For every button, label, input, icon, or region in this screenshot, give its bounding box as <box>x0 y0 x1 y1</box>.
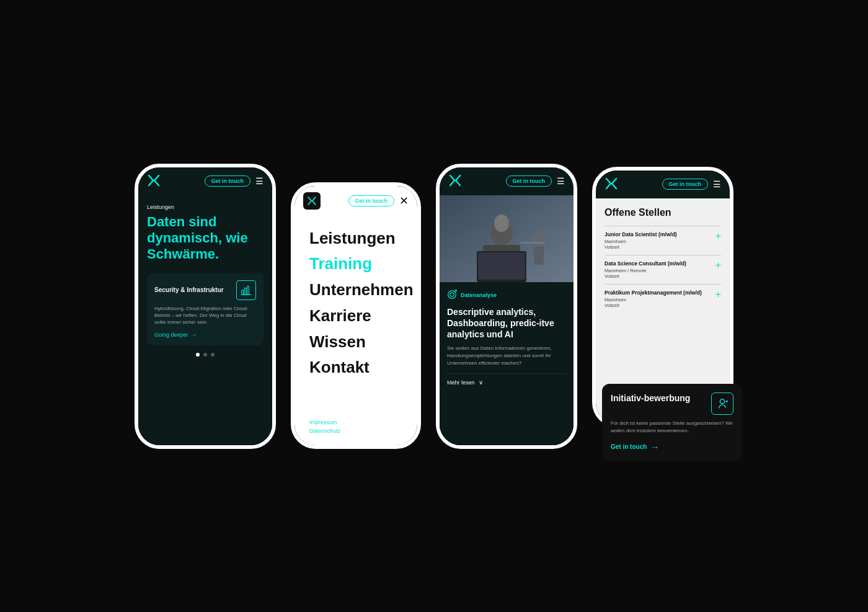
phone4-header: Get in touch ☰ <box>596 171 730 198</box>
stelle-info-2: Data Science Consultant (m/w/d) Mannheim… <box>604 260 686 279</box>
get-in-touch-btn-3[interactable]: Get in touch <box>506 175 552 187</box>
plus-icon-2[interactable]: + <box>715 260 721 270</box>
phone3-hero-image <box>440 195 574 282</box>
dots-row <box>147 353 264 357</box>
logo-4 <box>604 177 618 192</box>
initiative-desc: Für dich ist keine passende Stelle ausge… <box>611 420 733 435</box>
card-desc: Hybridlösung, Cloud-Migration oder Cloud… <box>154 305 256 326</box>
card-title: Security & Infrastruktur <box>154 286 224 294</box>
datenanalyse-icon <box>447 290 457 301</box>
logo-3 <box>448 174 462 189</box>
mehr-lesen-btn[interactable]: Mehr lesen ∨ <box>447 373 566 391</box>
svg-rect-6 <box>247 286 249 295</box>
initiative-card-header: Initiativ-bewerbung <box>611 392 733 415</box>
svg-line-29 <box>606 179 611 184</box>
footer-datenschutz[interactable]: Datenschutz <box>309 428 402 434</box>
offene-stellen-title: Offene Stellen <box>604 207 721 218</box>
phone2-header: Get in touch ✕ <box>294 186 417 216</box>
phone3-header: Get in touch ☰ <box>440 167 574 195</box>
svg-rect-5 <box>244 288 246 295</box>
card-header: Security & Infrastruktur <box>154 280 256 300</box>
svg-point-33 <box>720 399 724 403</box>
phone3-body: Datenanalyse Descriptive analytics, Dash… <box>440 195 574 447</box>
security-card: Security & Infrastruktur Hybridlösung, C… <box>147 273 264 346</box>
going-deeper-link[interactable]: Going deeper → <box>154 332 256 338</box>
menu-icon-1[interactable]: ☰ <box>255 176 264 186</box>
menu-items: Leistungen Training Unternehmen Karriere… <box>309 228 402 407</box>
svg-line-11 <box>312 201 316 205</box>
phone-1: Get in touch ☰ Leistungen Daten sind dyn… <box>135 164 276 449</box>
get-in-touch-btn-4[interactable]: Get in touch <box>662 179 709 190</box>
svg-point-26 <box>450 292 454 296</box>
svg-line-14 <box>450 180 454 185</box>
phone-4: Get in touch ☰ Offene Stellen Junior Dat… <box>592 167 733 427</box>
stelle-item-3: Praktikum Projektmanagement (m/w/d) Mann… <box>604 284 721 313</box>
initiative-cta[interactable]: Get in touch → <box>611 442 733 452</box>
phone1-header: Get in touch ☰ <box>138 167 272 195</box>
logo-2 <box>303 192 321 210</box>
svg-rect-23 <box>534 246 544 265</box>
svg-line-31 <box>606 184 611 188</box>
plus-icon-1[interactable]: + <box>715 231 721 241</box>
svg-line-32 <box>612 184 616 188</box>
plus-icon-3[interactable]: + <box>715 290 721 299</box>
phone2-header-right: Get in touch ✕ <box>348 194 409 208</box>
menu-footer: Impressum Datenschutz <box>309 419 402 437</box>
dot-2 <box>203 353 207 357</box>
stelle-title-2: Data Science Consultant (m/w/d) <box>604 260 686 267</box>
menu-item-leistungen[interactable]: Leistungen <box>309 228 402 249</box>
stelle-type-3: Vollzeit <box>604 303 702 308</box>
stelle-item-2: Data Science Consultant (m/w/d) Mannheim… <box>604 255 721 284</box>
get-in-touch-btn-1[interactable]: Get in touch <box>205 175 251 187</box>
footer-impressum[interactable]: Impressum <box>309 419 402 425</box>
stelle-item-1: Junior Data Scientist (m/w/d) Mannheim V… <box>604 226 721 255</box>
stelle-title-1: Junior Data Scientist (m/w/d) <box>604 231 677 237</box>
chart-icon <box>236 280 256 300</box>
svg-line-8 <box>308 197 311 201</box>
svg-line-3 <box>154 180 159 185</box>
stelle-location-3: Mannheim <box>604 297 702 303</box>
phone3-text-body: Datenanalyse Descriptive analytics, Dash… <box>440 282 574 447</box>
stelle-info-1: Junior Data Scientist (m/w/d) Mannheim V… <box>604 231 677 250</box>
hero-title: Daten sind dynamisch, wie Schwärme. <box>147 214 264 263</box>
menu-item-karriere[interactable]: Karriere <box>309 306 402 327</box>
svg-rect-24 <box>520 242 545 244</box>
svg-line-30 <box>612 179 616 184</box>
phones-container: Get in touch ☰ Leistungen Daten sind dyn… <box>135 164 733 449</box>
menu-item-unternehmen[interactable]: Unternehmen <box>309 280 402 301</box>
phone-2: Get in touch ✕ Leistungen Training Unter… <box>291 182 421 449</box>
dot-3 <box>211 353 215 357</box>
phone4-header-right: Get in touch ☰ <box>662 179 722 190</box>
analytics-title: Descriptive analytics, Dashboarding, pre… <box>447 306 566 340</box>
leistungen-label: Leistungen <box>147 204 264 210</box>
phone3-header-right: Get in touch ☰ <box>506 175 565 187</box>
svg-point-22 <box>533 231 545 246</box>
menu-icon-4[interactable]: ☰ <box>713 179 721 189</box>
dot-1 <box>196 353 200 357</box>
get-in-touch-btn-2[interactable]: Get in touch <box>348 195 395 206</box>
phone1-body: Leistungen Daten sind dynamisch, wie Sch… <box>138 195 272 447</box>
stelle-location-1: Mannheim <box>604 239 677 244</box>
phone-3: Get in touch ☰ <box>436 164 577 449</box>
menu-item-wissen[interactable]: Wissen <box>309 332 402 353</box>
svg-line-13 <box>456 175 460 180</box>
svg-line-10 <box>308 201 311 205</box>
svg-line-15 <box>456 180 460 185</box>
close-icon-2[interactable]: ✕ <box>399 194 409 208</box>
stelle-type-2: Vollzeit <box>604 273 686 279</box>
analytics-desc: Sie wollen aus Daten Informationen gener… <box>447 345 566 367</box>
datenanalyse-label: Datenanalyse <box>461 292 497 298</box>
stelle-type-1: Vollzeit <box>604 244 677 250</box>
menu-item-kontakt[interactable]: Kontakt <box>309 357 402 378</box>
svg-line-2 <box>149 180 153 185</box>
menu-item-training[interactable]: Training <box>309 254 402 275</box>
tag-row: Datenanalyse <box>447 290 566 301</box>
svg-line-1 <box>154 175 159 180</box>
stelle-info-3: Praktikum Projektmanagement (m/w/d) Mann… <box>604 290 702 308</box>
menu-icon-3[interactable]: ☰ <box>557 176 565 186</box>
svg-point-18 <box>494 215 509 232</box>
logo-1 <box>147 174 161 189</box>
stelle-location-2: Mannheim / Remote <box>604 268 686 273</box>
svg-point-28 <box>455 290 457 291</box>
phone2-body: Leistungen Training Unternehmen Karriere… <box>294 216 417 449</box>
